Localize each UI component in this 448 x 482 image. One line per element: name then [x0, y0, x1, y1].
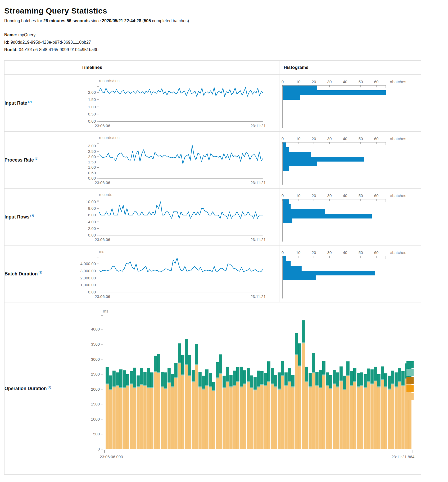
svg-text:4.00: 4.00: [88, 220, 96, 224]
svg-text:10: 10: [296, 193, 301, 198]
svg-text:#batches: #batches: [390, 79, 406, 84]
process-rate-label: Process Rate: [4, 157, 34, 163]
input-rate-label-cell: Input Rate(?): [4, 75, 77, 132]
process-rate-histogram-chart: 0102030405060#batches: [279, 134, 421, 186]
svg-text:30: 30: [327, 193, 332, 198]
svg-text:1.50: 1.50: [88, 160, 96, 164]
batch-duration-timeline-cell: ms0.001,000.002,000.003,000.004,000.0023…: [77, 246, 279, 302]
svg-text:23:11:21: 23:11:21: [251, 237, 266, 242]
svg-text:2,000.00: 2,000.00: [80, 276, 96, 280]
svg-text:0.00: 0.00: [88, 233, 96, 237]
svg-text:0: 0: [98, 447, 100, 451]
svg-text:1,000.00: 1,000.00: [80, 283, 96, 287]
process-rate-help-icon[interactable]: (?): [35, 157, 38, 160]
svg-text:records/sec: records/sec: [99, 78, 120, 83]
svg-text:40: 40: [343, 136, 347, 141]
svg-text:0.50: 0.50: [88, 112, 96, 116]
svg-text:2.50: 2.50: [88, 149, 96, 154]
svg-text:records/sec: records/sec: [99, 135, 120, 140]
svg-text:4,000.00: 4,000.00: [80, 261, 96, 266]
input-rows-histogram-chart: 0102030405060#batches: [279, 191, 421, 243]
operation-duration-help-icon[interactable]: (?): [47, 386, 51, 389]
svg-text:1500: 1500: [91, 402, 100, 406]
svg-text:3500: 3500: [91, 342, 100, 346]
batch-duration-label-cell: Batch Duration(?): [4, 246, 77, 302]
timelines-header: Timelines: [77, 61, 279, 75]
summary-prefix: Running batches for: [4, 19, 43, 23]
svg-text:1.00: 1.00: [88, 165, 96, 169]
running-batches-summary: Running batches for 26 minutes 56 second…: [4, 19, 444, 23]
table-row: Batch Duration(?) ms0.001,000.002,000.00…: [4, 246, 421, 302]
svg-text:50: 50: [359, 250, 363, 255]
process-rate-timeline-cell: records/sec0.000.501.001.502.002.503.002…: [77, 132, 279, 189]
input-rate-histogram-chart: 0102030405060#batches: [279, 77, 421, 129]
svg-text:10.00: 10.00: [86, 199, 96, 204]
svg-text:50: 50: [359, 79, 363, 84]
table-row: Operation Duration(?) ms0500100015002000…: [4, 302, 421, 475]
svg-text:40: 40: [343, 79, 347, 84]
svg-text:30: 30: [327, 136, 332, 141]
query-runid-line: RunId: 04e101e6-8bf8-4165-9099-9104c951b…: [4, 46, 444, 53]
summary-mid: since: [90, 19, 102, 23]
svg-text:60: 60: [374, 250, 379, 255]
svg-text:23:11:21: 23:11:21: [251, 180, 266, 185]
batch-duration-timeline-chart: ms0.001,000.002,000.003,000.004,000.0023…: [77, 248, 279, 300]
svg-text:40: 40: [343, 193, 347, 198]
id-label: Id:: [4, 40, 10, 44]
svg-text:#batches: #batches: [390, 193, 406, 198]
svg-text:40: 40: [343, 250, 347, 255]
batch-duration-histogram-chart: 0102030405060#batches: [279, 248, 421, 300]
svg-text:0.00: 0.00: [88, 119, 96, 123]
svg-text:30: 30: [327, 79, 332, 84]
legend-swatch: [406, 369, 414, 376]
svg-text:60: 60: [374, 193, 379, 198]
svg-text:500: 500: [93, 432, 100, 436]
process-rate-histogram-cell: 0102030405060#batches: [279, 132, 421, 189]
input-rate-timeline-chart: records/sec0.000.501.001.502.0023:06:062…: [77, 77, 279, 129]
batch-duration-help-icon[interactable]: (?): [38, 271, 42, 274]
input-rows-help-icon[interactable]: (?): [30, 214, 34, 217]
table-row: Input Rows(?) records0.002.004.006.008.0…: [4, 189, 421, 246]
svg-text:1.50: 1.50: [88, 97, 96, 102]
legend-swatch: [406, 393, 414, 400]
query-id-line: Id: 9d0dd219-995d-423e-b97d-36931110bb27: [4, 39, 444, 46]
query-name: myQuery: [18, 33, 35, 37]
batch-duration-histogram-cell: 0102030405060#batches: [279, 246, 421, 302]
svg-text:23:06:06: 23:06:06: [95, 294, 110, 299]
svg-text:23:11:21: 23:11:21: [251, 294, 266, 299]
svg-text:#batches: #batches: [390, 136, 406, 141]
svg-text:3,000.00: 3,000.00: [80, 269, 96, 273]
input-rows-label-cell: Input Rows(?): [4, 189, 77, 246]
operation-duration-label: Operation Duration: [4, 386, 47, 391]
svg-text:3000: 3000: [91, 357, 100, 361]
name-label: Name:: [4, 33, 17, 37]
input-rows-timeline-chart: records0.002.004.006.008.0010.0023:06:06…: [77, 191, 279, 243]
svg-text:23:06:06: 23:06:06: [95, 180, 110, 185]
operation-duration-chart: ms0500100015002000250030003500400023:06:…: [77, 307, 421, 470]
svg-text:1000: 1000: [91, 417, 100, 421]
query-name-line: Name: myQuery: [4, 31, 444, 39]
svg-text:20: 20: [312, 136, 316, 141]
svg-text:records: records: [99, 192, 112, 197]
svg-text:0.00: 0.00: [88, 176, 96, 180]
query-run-id: 04e101e6-8bf8-4165-9099-9104c951ba3b: [19, 47, 98, 52]
svg-text:0.00: 0.00: [88, 290, 96, 294]
svg-text:30: 30: [327, 250, 332, 255]
legend-swatch: [406, 377, 414, 384]
svg-text:60: 60: [374, 79, 379, 84]
input-rate-label: Input Rate: [4, 100, 27, 106]
svg-text:ms: ms: [103, 309, 108, 313]
svg-text:0.50: 0.50: [88, 171, 96, 175]
operation-duration-legend: [406, 361, 414, 400]
svg-text:20: 20: [312, 193, 316, 198]
input-rate-histogram-cell: 0102030405060#batches: [279, 75, 421, 132]
svg-text:20: 20: [312, 79, 316, 84]
svg-text:23:06:06: 23:06:06: [95, 237, 110, 242]
statistics-table: Timelines Histograms Input Rate(?) recor…: [4, 60, 421, 475]
input-rate-help-icon[interactable]: (?): [28, 100, 32, 103]
svg-text:60: 60: [374, 136, 379, 141]
operation-duration-label-cell: Operation Duration(?): [4, 302, 77, 475]
svg-text:8.00: 8.00: [88, 206, 96, 211]
legend-swatch: [406, 385, 414, 392]
runid-label: RunId:: [4, 47, 18, 52]
